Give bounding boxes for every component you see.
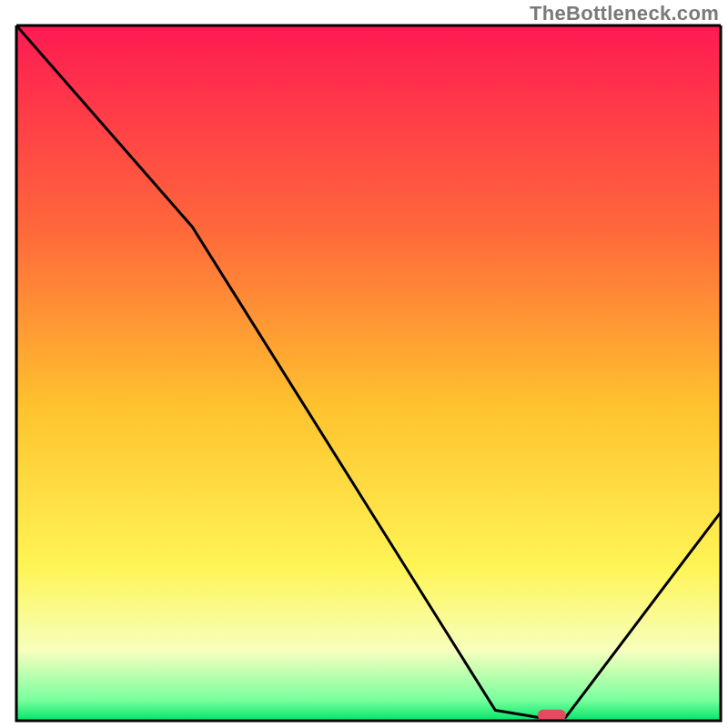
optimal-marker xyxy=(538,710,566,721)
gradient-background xyxy=(16,25,721,721)
bottleneck-chart xyxy=(0,0,728,728)
chart-container: { "watermark": "TheBottleneck.com", "cha… xyxy=(0,0,728,728)
